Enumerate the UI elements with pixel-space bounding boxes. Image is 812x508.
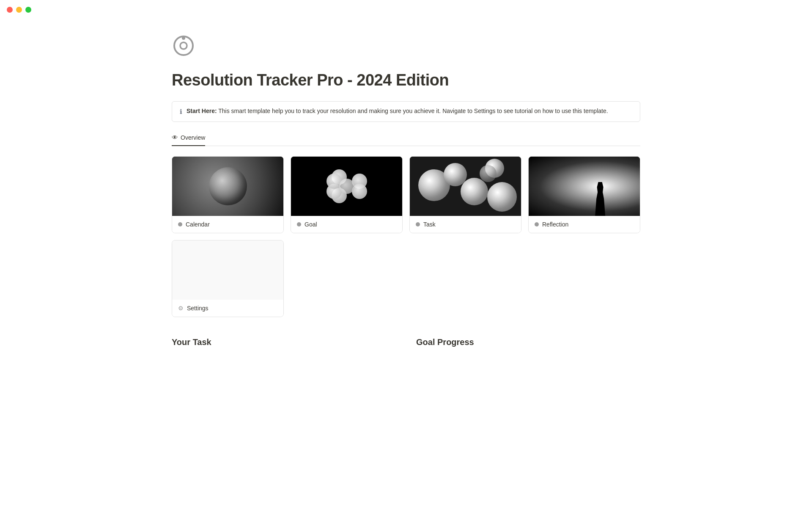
card-task-dot xyxy=(416,222,420,226)
card-calendar-image xyxy=(172,157,283,216)
cards-grid-row1: Calendar xyxy=(172,156,640,233)
orb-image xyxy=(291,157,402,216)
silhouette-image xyxy=(529,157,640,216)
card-settings-label: Settings xyxy=(187,305,208,312)
bubble-5 xyxy=(487,182,517,212)
petal-center xyxy=(339,179,354,194)
eye-icon: 👁 xyxy=(172,134,178,141)
bubble-3 xyxy=(461,178,488,205)
main-content: Resolution Tracker Pro - 2024 Edition ℹ … xyxy=(131,0,681,373)
card-calendar-dot xyxy=(178,222,182,226)
logo-area xyxy=(172,34,640,59)
svg-point-2 xyxy=(182,36,185,40)
card-settings[interactable]: ⚙ Settings xyxy=(172,240,284,317)
page-title: Resolution Tracker Pro - 2024 Edition xyxy=(172,71,640,89)
card-goal-label: Goal xyxy=(304,221,317,228)
info-banner: ℹ Start Here: This smart template help y… xyxy=(172,101,640,122)
card-goal-footer: Goal xyxy=(291,216,402,233)
card-calendar[interactable]: Calendar xyxy=(172,156,284,233)
silhouette-person xyxy=(594,182,606,216)
your-task-section: Your Task xyxy=(172,337,396,347)
moon-image xyxy=(172,157,283,216)
card-goal[interactable]: Goal xyxy=(291,156,403,233)
tab-overview[interactable]: 👁 Overview xyxy=(172,134,205,146)
goal-progress-title: Goal Progress xyxy=(416,337,640,347)
maximize-button[interactable] xyxy=(25,7,31,13)
card-calendar-footer: Calendar xyxy=(172,216,283,233)
card-task[interactable]: Task xyxy=(409,156,521,233)
app-logo-icon xyxy=(172,34,195,58)
tabs-bar: 👁 Overview xyxy=(172,134,640,146)
info-body: This smart template help you to track yo… xyxy=(217,108,608,114)
card-task-label: Task xyxy=(423,221,436,228)
card-reflection-image xyxy=(529,157,640,216)
bubbles-image xyxy=(410,157,521,216)
svg-point-1 xyxy=(180,42,187,49)
minimize-button[interactable] xyxy=(16,7,22,13)
info-text: Start Here: This smart template help you… xyxy=(187,108,608,114)
orb-shape xyxy=(330,169,364,203)
info-label: Start Here: xyxy=(187,108,217,114)
your-task-title: Your Task xyxy=(172,337,396,347)
card-task-footer: Task xyxy=(410,216,521,233)
card-settings-footer: ⚙ Settings xyxy=(172,300,283,317)
bubble-6 xyxy=(480,165,497,182)
card-goal-dot xyxy=(297,222,301,226)
card-calendar-label: Calendar xyxy=(186,221,210,228)
card-goal-image xyxy=(291,157,402,216)
close-button[interactable] xyxy=(7,7,13,13)
card-reflection-dot xyxy=(535,222,539,226)
gear-icon: ⚙ xyxy=(178,305,184,312)
card-reflection-footer: Reflection xyxy=(529,216,640,233)
card-task-image xyxy=(410,157,521,216)
cards-grid-row2: ⚙ Settings xyxy=(172,240,640,317)
card-reflection-label: Reflection xyxy=(542,221,568,228)
traffic-lights xyxy=(7,7,31,13)
goal-progress-section: Goal Progress xyxy=(416,337,640,347)
card-settings-image xyxy=(172,240,283,300)
tab-overview-label: Overview xyxy=(181,134,205,141)
card-reflection[interactable]: Reflection xyxy=(528,156,640,233)
info-icon: ℹ xyxy=(180,108,182,116)
bottom-section: Your Task Goal Progress xyxy=(172,337,640,347)
